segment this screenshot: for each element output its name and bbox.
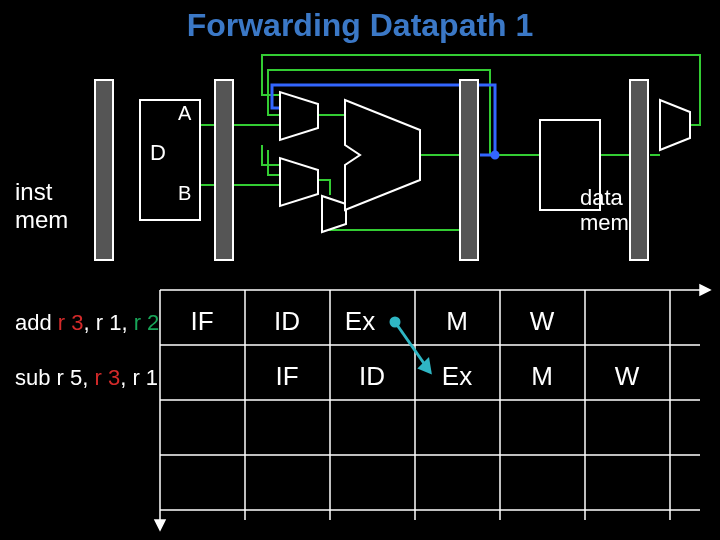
svg-text:Ex: Ex bbox=[345, 306, 375, 336]
reg-id-ex bbox=[215, 80, 233, 260]
inst-mem-label1: inst bbox=[15, 178, 53, 205]
label-B: B bbox=[178, 182, 191, 204]
svg-text:IF: IF bbox=[275, 361, 298, 391]
reg-if-id bbox=[95, 80, 113, 260]
svg-text:M: M bbox=[531, 361, 553, 391]
svg-text:W: W bbox=[530, 306, 555, 336]
svg-text:IF: IF bbox=[190, 306, 213, 336]
page-title: Forwarding Datapath 1 bbox=[187, 7, 534, 43]
data-mem-label1: data bbox=[580, 185, 624, 210]
instr-row2: sub r 5, r 3, r 1 bbox=[15, 365, 158, 390]
svg-point-1 bbox=[492, 152, 498, 158]
svg-text:ID: ID bbox=[274, 306, 300, 336]
label-A: A bbox=[178, 102, 192, 124]
decode-box: D A B bbox=[140, 100, 200, 220]
instr-row1: add r 3, r 1, r 2 bbox=[15, 310, 159, 335]
svg-text:M: M bbox=[446, 306, 468, 336]
svg-text:ID: ID bbox=[359, 361, 385, 391]
reg-mem-wb bbox=[630, 80, 648, 260]
inst-mem-label2: mem bbox=[15, 206, 68, 233]
svg-text:Ex: Ex bbox=[442, 361, 472, 391]
svg-text:W: W bbox=[615, 361, 640, 391]
data-mem-label2: mem bbox=[580, 210, 629, 235]
label-D: D bbox=[150, 140, 166, 165]
reg-ex-mem bbox=[460, 80, 478, 260]
